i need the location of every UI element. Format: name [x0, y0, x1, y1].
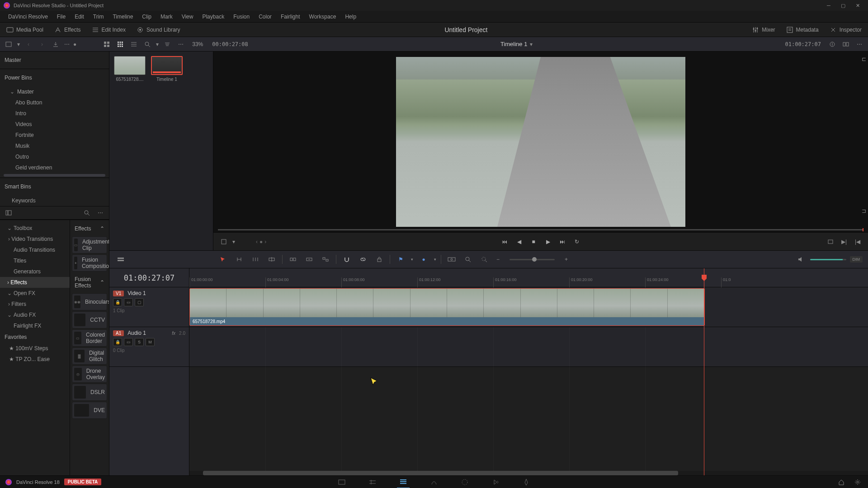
- nav-fwd-icon[interactable]: ›: [37, 39, 47, 49]
- zoom-in-icon[interactable]: +: [563, 256, 570, 263]
- menu-playback[interactable]: Playback: [198, 12, 229, 22]
- bin-geld[interactable]: Geld verdienen: [0, 162, 109, 173]
- v1-disable-icon[interactable]: ▢: [135, 298, 144, 306]
- menu-mark[interactable]: Mark: [156, 12, 177, 22]
- home-icon[interactable]: [836, 477, 846, 487]
- bin-abo[interactable]: Abo Button: [0, 97, 109, 108]
- sound-library-toggle[interactable]: Sound Library: [135, 24, 182, 35]
- crop-dropdown-icon[interactable]: ▾: [232, 239, 235, 245]
- fx-fusion-comp[interactable]: ✦Fusion Composition: [72, 254, 107, 272]
- stop-icon[interactable]: ■: [528, 236, 539, 247]
- trim-tool-icon[interactable]: [233, 253, 245, 265]
- dual-viewer-icon[interactable]: [841, 39, 851, 49]
- timeline-name[interactable]: Timeline 1: [500, 41, 527, 47]
- nav-back-icon[interactable]: ‹: [24, 39, 33, 49]
- zoom-full-icon[interactable]: [446, 253, 458, 265]
- options-icon[interactable]: ⋯: [854, 39, 864, 49]
- menu-edit[interactable]: Edit: [70, 12, 89, 22]
- out-point-icon[interactable]: ⊐: [862, 208, 866, 214]
- collapse-icon[interactable]: ⌃: [100, 225, 104, 232]
- menu-color[interactable]: Color: [254, 12, 276, 22]
- flag-icon[interactable]: ⚑: [395, 253, 406, 265]
- more-icon[interactable]: ⋯: [176, 39, 186, 49]
- fx-cctv[interactable]: CCTV: [72, 311, 107, 328]
- menu-workspace[interactable]: Workspace: [305, 12, 341, 22]
- scroll-indicator[interactable]: [4, 174, 105, 177]
- blade-tool-icon[interactable]: [266, 253, 278, 265]
- scrubber[interactable]: [218, 229, 863, 230]
- replace-icon[interactable]: [320, 253, 331, 265]
- snap-icon[interactable]: [341, 253, 353, 265]
- go-start-icon[interactable]: ⏮: [499, 236, 510, 247]
- marker-dropdown-icon[interactable]: ▾: [434, 257, 436, 262]
- a1-badge[interactable]: A1: [113, 330, 124, 336]
- next-clip-icon[interactable]: ▶|: [839, 237, 849, 247]
- bin-musik[interactable]: Musik: [0, 141, 109, 151]
- power-master[interactable]: ⌄Master: [0, 86, 109, 97]
- fx-dslr[interactable]: DSLR: [72, 384, 107, 401]
- video-track-1[interactable]: 657518728.mp4: [189, 287, 868, 327]
- a1-solo-button[interactable]: S: [135, 338, 144, 346]
- bin-intro[interactable]: Intro: [0, 108, 109, 119]
- list-view-icon[interactable]: [129, 39, 139, 49]
- minimize-button[interactable]: ─: [822, 1, 835, 10]
- a1-mute-button[interactable]: M: [146, 338, 155, 346]
- flag-dropdown-icon[interactable]: ▾: [411, 257, 413, 262]
- menu-fairlight[interactable]: Fairlight: [276, 12, 305, 22]
- viewer[interactable]: ⊏ ⊐: [213, 52, 868, 232]
- zoom-detail-icon[interactable]: [462, 253, 474, 265]
- timeline-tracks[interactable]: 01:00:00:00 01:00:04:00 01:00:08:00 01:0…: [189, 268, 868, 475]
- v1-auto-select-icon[interactable]: ▭: [124, 298, 133, 306]
- step-back-icon[interactable]: ◀: [514, 236, 524, 247]
- timeline-scrollbar[interactable]: [189, 471, 868, 475]
- menu-trim[interactable]: Trim: [89, 12, 108, 22]
- timeline-view-icon[interactable]: [115, 253, 127, 265]
- deliver-page-icon[interactable]: [520, 476, 533, 488]
- menu-timeline[interactable]: Timeline: [108, 12, 137, 22]
- a1-auto-select-icon[interactable]: ▭: [124, 338, 133, 346]
- v1-badge[interactable]: V1: [113, 291, 124, 296]
- audio-track-header[interactable]: A1 Audio 1 fx 2.0 🔒 ▭ S M 0 Clip: [109, 327, 189, 367]
- master-bin[interactable]: Master: [5, 55, 104, 65]
- fav-100mv[interactable]: ★ 100mV Steps: [0, 343, 70, 354]
- menu-fusion[interactable]: Fusion: [229, 12, 254, 22]
- prev-edit-icon[interactable]: ‹: [256, 239, 258, 245]
- media-page-icon[interactable]: [335, 476, 348, 488]
- menu-view[interactable]: View: [177, 12, 198, 22]
- toolbox-node[interactable]: ⌄Toolbox: [0, 223, 70, 234]
- fx-colored-border[interactable]: ▭Colored Border: [72, 329, 107, 347]
- dim-button[interactable]: DIM: [850, 256, 863, 263]
- zoom-out-icon[interactable]: −: [495, 256, 501, 263]
- next-edit-icon[interactable]: ›: [264, 239, 266, 245]
- mixer-toggle[interactable]: Mixer: [750, 24, 777, 35]
- lock-icon[interactable]: [373, 253, 385, 265]
- zoom-percent[interactable]: 33%: [189, 41, 206, 47]
- media-clip-1[interactable]: 657518728....: [114, 56, 146, 82]
- match-frame-icon[interactable]: [826, 237, 835, 247]
- metadata-toggle[interactable]: Metadata: [784, 24, 821, 35]
- playhead[interactable]: [704, 268, 704, 475]
- media-timeline-1[interactable]: Timeline 1: [151, 56, 183, 82]
- fx-search-icon[interactable]: [82, 208, 92, 218]
- insert-icon[interactable]: [287, 253, 299, 265]
- a1-lock-icon[interactable]: 🔒: [113, 338, 122, 346]
- media-pool-toggle[interactable]: Media Pool: [5, 24, 45, 35]
- grid-view-icon[interactable]: [115, 39, 125, 49]
- inspector-toggle[interactable]: Inspector: [828, 24, 863, 35]
- import-icon[interactable]: [51, 39, 61, 49]
- menu-help[interactable]: Help: [340, 12, 361, 22]
- prev-clip-icon[interactable]: |◀: [853, 237, 863, 247]
- panel-layout-icon[interactable]: [4, 208, 14, 218]
- openfx-node[interactable]: ⌄Open FX: [0, 288, 70, 299]
- settings-icon[interactable]: [853, 477, 863, 487]
- bin-keywords[interactable]: Keywords: [0, 195, 109, 206]
- fx-audio-transitions[interactable]: Audio Transitions: [0, 244, 70, 255]
- go-end-icon[interactable]: ⏭: [557, 236, 568, 247]
- bin-videos[interactable]: Videos: [0, 119, 109, 130]
- loop-icon[interactable]: ↻: [571, 236, 582, 247]
- fav-tpzo[interactable]: ★ TP ZO... Ease: [0, 354, 70, 365]
- search-icon[interactable]: [142, 39, 152, 49]
- fx-adjustment-clip[interactable]: ▭Adjustment Clip: [72, 236, 107, 253]
- fx-fairlight[interactable]: Fairlight FX: [0, 320, 70, 331]
- video-clip[interactable]: 657518728.mp4: [189, 288, 705, 326]
